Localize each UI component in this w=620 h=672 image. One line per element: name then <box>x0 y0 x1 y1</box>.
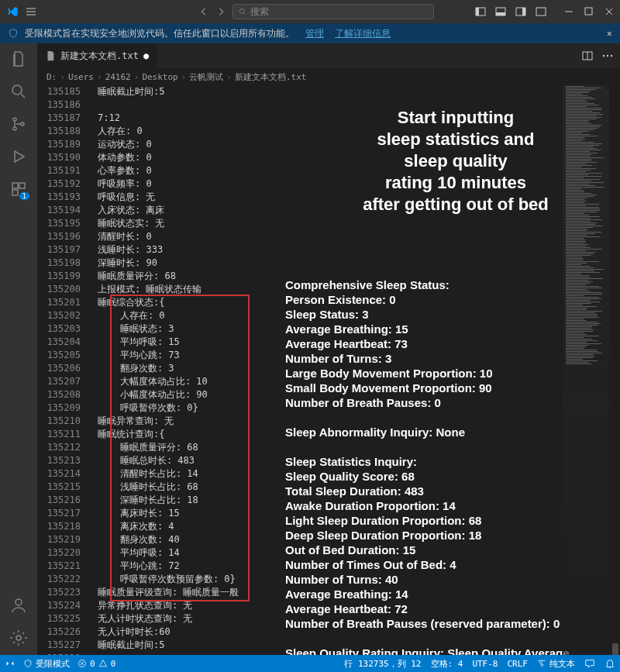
shield-icon <box>8 28 19 39</box>
remote-icon[interactable] <box>5 658 16 669</box>
svg-rect-2 <box>476 8 479 16</box>
extensions-icon[interactable]: 1 <box>9 180 28 198</box>
svg-point-17 <box>16 636 21 640</box>
svg-rect-13 <box>12 183 18 188</box>
restricted-mode-banner: 受限模式旨在实现安全地浏览代码。信任此窗口以启用所有功能。 管理 了解详细信息 … <box>0 23 620 43</box>
tab-label: 新建文本文档.txt <box>60 50 139 63</box>
breadcrumb-seg[interactable]: 24162 <box>105 72 131 82</box>
activity-bar: 1 <box>0 43 37 655</box>
maximize-icon[interactable] <box>584 7 594 16</box>
status-bar: 受限模式 0 0 行 132735，列 12 空格: 4 UTF-8 CRLF … <box>0 655 620 672</box>
nav-arrows <box>198 6 226 17</box>
banner-learn-link[interactable]: 了解详细信息 <box>335 27 391 40</box>
breadcrumbs[interactable]: D: › Users › 24162 › Desktop › 云帆测试 › 新建… <box>37 68 620 85</box>
search-icon <box>238 7 247 16</box>
code-editor[interactable]: 135185 135186 135187 135188 135189 13519… <box>37 85 620 655</box>
minimap[interactable] <box>563 85 609 655</box>
layout-bottom-icon[interactable] <box>494 5 507 18</box>
svg-point-19 <box>603 55 604 57</box>
file-icon <box>45 50 56 61</box>
svg-rect-8 <box>585 8 592 15</box>
svg-rect-4 <box>496 12 505 16</box>
cursor-position[interactable]: 行 132735，列 12 <box>344 658 421 670</box>
spaces-indicator[interactable]: 空格: 4 <box>431 658 463 670</box>
more-icon[interactable] <box>601 50 614 62</box>
banner-manage-link[interactable]: 管理 <box>305 27 324 40</box>
split-icon[interactable] <box>581 50 594 62</box>
debug-icon[interactable] <box>9 147 28 166</box>
editor-area: 新建文本文档.txt ● D: › Users › 24162 › Deskto… <box>37 43 620 655</box>
svg-point-10 <box>13 118 16 121</box>
breadcrumb-seg[interactable]: 云帆测试 <box>189 71 223 83</box>
back-icon[interactable] <box>198 6 209 17</box>
modified-dot-icon: ● <box>143 50 149 61</box>
svg-point-21 <box>611 55 612 57</box>
menu-icon[interactable] <box>25 5 37 18</box>
error-icon <box>78 659 87 668</box>
banner-text: 受限模式旨在实现安全地浏览代码。信任此窗口以启用所有功能。 <box>25 27 294 40</box>
svg-rect-6 <box>522 8 525 16</box>
warning-icon <box>98 659 108 668</box>
encoding-indicator[interactable]: UTF-8 <box>472 659 498 669</box>
shield-icon <box>23 659 33 668</box>
source-control-icon[interactable] <box>9 115 28 133</box>
svg-point-12 <box>21 122 24 126</box>
vscode-logo-icon <box>6 5 19 18</box>
banner-close-icon[interactable]: ✕ <box>607 28 612 39</box>
feedback-icon[interactable] <box>584 658 595 669</box>
search-placeholder: 搜索 <box>250 5 269 19</box>
problems-status[interactable]: 0 0 <box>78 659 115 669</box>
tab-file[interactable]: 新建文本文档.txt ● <box>37 43 157 68</box>
layout-left-icon[interactable] <box>474 5 487 18</box>
account-icon[interactable] <box>9 596 28 615</box>
layout-right-icon[interactable] <box>515 5 527 18</box>
titlebar: 搜索 <box>0 0 620 23</box>
tab-bar: 新建文本文档.txt ● <box>37 43 620 68</box>
svg-rect-14 <box>19 183 25 188</box>
language-icon <box>537 659 546 668</box>
overlay-heading: Start inputting sleep statistics and sle… <box>324 107 587 215</box>
forward-icon[interactable] <box>215 6 226 17</box>
search-icon[interactable] <box>9 82 28 101</box>
bell-icon[interactable] <box>604 658 615 669</box>
language-indicator[interactable]: 纯文本 <box>537 658 575 670</box>
overlay-body: Comprehensive Sleep Status: Person Exist… <box>285 277 611 655</box>
line-gutter: 135185 135186 135187 135188 135189 13519… <box>37 85 91 655</box>
layout-panel-icon[interactable] <box>535 5 547 18</box>
minimize-icon[interactable] <box>564 7 574 16</box>
breadcrumb-seg[interactable]: 新建文本文档.txt <box>235 71 307 83</box>
scrollbar-vertical[interactable] <box>611 85 620 655</box>
explorer-icon[interactable] <box>9 50 28 68</box>
breadcrumb-seg[interactable]: Users <box>68 72 94 82</box>
breadcrumb-seg[interactable]: D: <box>46 72 57 82</box>
svg-point-0 <box>239 9 244 13</box>
svg-rect-7 <box>536 8 546 16</box>
settings-icon[interactable] <box>9 629 28 647</box>
scrollbar-thumb[interactable] <box>612 643 618 655</box>
svg-point-11 <box>13 127 16 130</box>
eol-indicator[interactable]: CRLF <box>508 659 529 669</box>
svg-rect-15 <box>12 190 18 195</box>
svg-point-20 <box>607 55 608 57</box>
svg-point-16 <box>16 599 22 605</box>
search-input[interactable]: 搜索 <box>232 4 434 19</box>
close-icon[interactable] <box>604 7 614 16</box>
restricted-mode-status[interactable]: 受限模式 <box>23 658 70 670</box>
breadcrumb-seg[interactable]: Desktop <box>142 72 177 82</box>
svg-point-9 <box>12 85 22 95</box>
